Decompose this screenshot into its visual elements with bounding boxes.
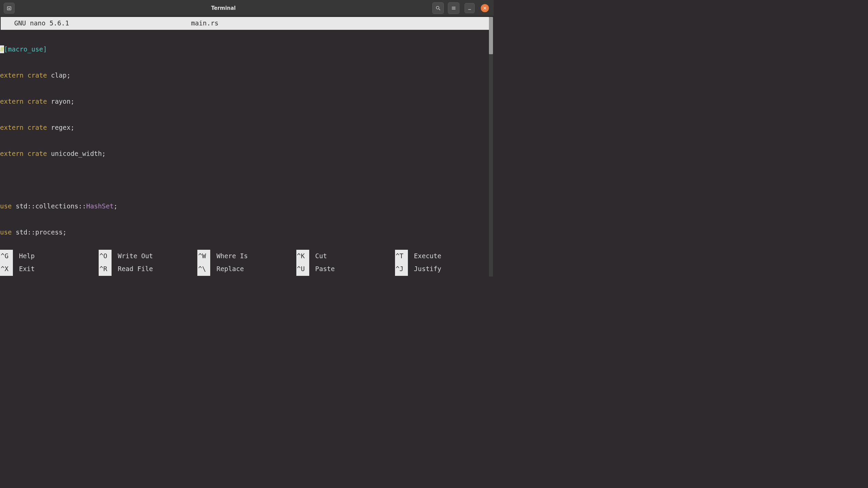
shortcut-key: ^X bbox=[0, 263, 13, 276]
shortcut-readfile[interactable]: ^RRead File bbox=[99, 263, 197, 276]
nano-titlebar: GNU nano 5.6.1 main.rs bbox=[1, 17, 490, 30]
editor-content[interactable]: #[macro_use] extern crate clap; extern c… bbox=[0, 30, 494, 250]
shortcut-label: Paste bbox=[315, 263, 335, 276]
shortcut-label: Exit bbox=[19, 263, 35, 276]
new-tab-icon bbox=[6, 5, 12, 11]
code-kw: use bbox=[0, 228, 12, 236]
shortcut-key: ^T bbox=[395, 250, 408, 263]
code-text: ; bbox=[114, 202, 118, 210]
code-text: std::process; bbox=[12, 228, 67, 236]
shortcut-writeout[interactable]: ^OWrite Out bbox=[99, 250, 197, 263]
code-kw: crate bbox=[27, 124, 47, 131]
shortcut-key: ^\ bbox=[197, 263, 210, 276]
shortcut-label: Justify bbox=[414, 263, 441, 276]
nano-filename: main.rs bbox=[191, 17, 218, 30]
shortcut-key: ^U bbox=[296, 263, 309, 276]
code-kw: crate bbox=[27, 98, 47, 105]
window-titlebar: Terminal bbox=[0, 0, 494, 16]
shortcut-key: ^K bbox=[296, 250, 309, 263]
shortcut-help[interactable]: ^GHelp bbox=[0, 250, 99, 263]
code-type: HashSet bbox=[86, 202, 114, 210]
shortcut-key: ^O bbox=[99, 250, 112, 263]
code-kw: use bbox=[0, 202, 12, 210]
minimize-icon bbox=[467, 5, 472, 11]
shortcut-whereis[interactable]: ^WWhere Is bbox=[197, 250, 296, 263]
scrollbar-thumb[interactable] bbox=[489, 17, 493, 54]
close-icon bbox=[482, 6, 487, 11]
code-text: rayon; bbox=[47, 98, 75, 105]
shortcut-paste[interactable]: ^UPaste bbox=[296, 263, 395, 276]
shortcut-exit[interactable]: ^XExit bbox=[0, 263, 99, 276]
shortcut-label: Where Is bbox=[216, 250, 248, 263]
code-text: unicode_width; bbox=[47, 150, 106, 158]
code-kw: crate bbox=[27, 72, 47, 79]
code-text: regex; bbox=[47, 124, 75, 131]
code-kw: crate bbox=[27, 150, 47, 158]
window-title: Terminal bbox=[16, 5, 431, 11]
shortcut-label: Help bbox=[19, 250, 35, 263]
shortcut-key: ^W bbox=[197, 250, 210, 263]
cursor-char: # bbox=[0, 45, 4, 53]
shortcut-justify[interactable]: ^JJustify bbox=[395, 263, 494, 276]
code-kw: extern bbox=[0, 98, 23, 105]
svg-line-4 bbox=[439, 9, 440, 10]
search-icon bbox=[435, 5, 441, 11]
code-kw: extern bbox=[0, 124, 23, 131]
titlebar-right bbox=[431, 2, 491, 14]
titlebar-left bbox=[3, 3, 16, 14]
shortcut-label: Execute bbox=[414, 250, 441, 263]
shortcut-key: ^J bbox=[395, 263, 408, 276]
minimize-button[interactable] bbox=[465, 3, 475, 13]
shortcut-execute[interactable]: ^TExecute bbox=[395, 250, 494, 263]
shortcut-key: ^R bbox=[99, 263, 112, 276]
shortcut-replace[interactable]: ^\Replace bbox=[197, 263, 296, 276]
svg-point-3 bbox=[436, 6, 439, 9]
nano-shortcut-bar: ^GHelp ^OWrite Out ^WWhere Is ^KCut ^TEx… bbox=[0, 250, 494, 277]
code-text: [macro_use] bbox=[4, 45, 47, 53]
code-kw: extern bbox=[0, 72, 23, 79]
nano-version: GNU nano 5.6.1 bbox=[14, 17, 69, 30]
search-button[interactable] bbox=[432, 2, 444, 14]
shortcut-key: ^G bbox=[0, 250, 13, 263]
shortcut-label: Replace bbox=[216, 263, 244, 276]
code-text: clap; bbox=[47, 72, 71, 79]
shortcut-label: Cut bbox=[315, 250, 327, 263]
menu-button[interactable] bbox=[448, 2, 459, 14]
hamburger-icon bbox=[451, 5, 456, 11]
shortcut-label: Read File bbox=[118, 263, 153, 276]
new-tab-button[interactable] bbox=[4, 3, 15, 14]
code-text: std::collections:: bbox=[12, 202, 86, 210]
shortcut-label: Write Out bbox=[118, 250, 153, 263]
shortcut-cut[interactable]: ^KCut bbox=[296, 250, 395, 263]
code-kw: extern bbox=[0, 150, 23, 158]
terminal-body[interactable]: GNU nano 5.6.1 main.rs #[macro_use] exte… bbox=[0, 16, 494, 277]
scrollbar-track[interactable] bbox=[489, 17, 493, 277]
close-button[interactable] bbox=[481, 4, 489, 12]
